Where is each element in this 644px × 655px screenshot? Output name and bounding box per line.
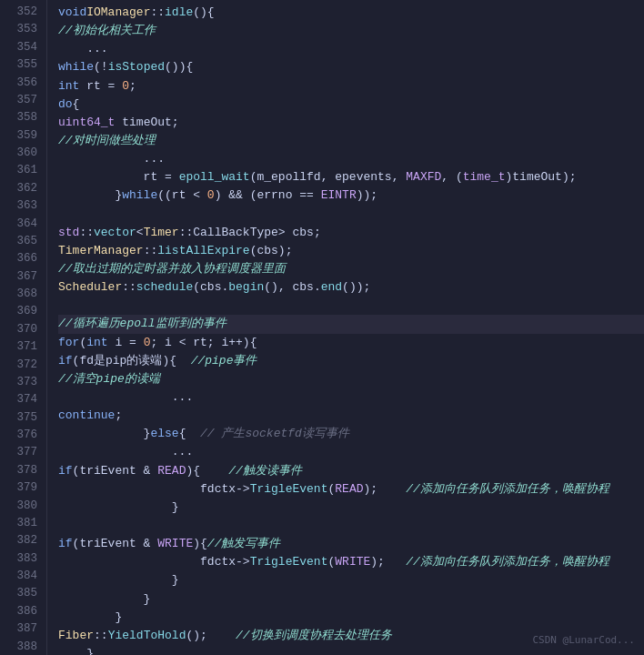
code-line: ... <box>58 388 644 407</box>
line-number: 353 <box>0 21 46 38</box>
line-number: 377 <box>0 444 46 461</box>
code-container: 3523533543553563573583593603613623633643… <box>0 0 644 655</box>
code-line: while(!isStoped()){ <box>58 58 644 76</box>
line-number: 359 <box>0 127 46 145</box>
code-line: uint64_t timeOut; <box>58 114 644 132</box>
code-line <box>58 206 644 224</box>
line-number: 355 <box>0 56 46 74</box>
code-line: if(triEvent & READ){ //触发读事件 <box>58 462 644 480</box>
line-number: 382 <box>0 532 46 549</box>
line-number: 386 <box>0 603 46 620</box>
code-line: } <box>58 590 644 609</box>
code-line: Scheduler::schedule(cbs.begin(), cbs.end… <box>58 278 644 297</box>
line-number: 375 <box>0 409 46 427</box>
code-line: }while((rt < 0) && (errno == EINTR)); <box>58 186 644 205</box>
line-number: 364 <box>0 216 46 233</box>
code-line: fdctx->TrigleEvent(READ); //添加向任务队列添加任务，… <box>58 480 644 499</box>
line-number: 363 <box>0 197 46 215</box>
code-line: if(triEvent & WRITE){//触发写事件 <box>58 535 644 553</box>
line-number: 365 <box>0 233 46 250</box>
line-number: 387 <box>0 620 46 638</box>
line-number: 369 <box>0 303 46 320</box>
line-number: 371 <box>0 338 46 356</box>
line-number: 367 <box>0 268 46 286</box>
code-line: } <box>58 499 644 517</box>
code-line: //循环遍历epoll监听到的事件 <box>58 315 644 333</box>
code-line: do{ <box>58 96 644 114</box>
code-line: }else{ // 产生socketfd读写事件 <box>58 425 644 443</box>
code-line: for(int i = 0; i < rt; i++){ <box>58 334 644 352</box>
line-number: 366 <box>0 250 46 267</box>
code-line: ... <box>58 40 644 58</box>
code-line: } <box>58 571 644 590</box>
line-number: 358 <box>0 109 46 126</box>
line-number: 357 <box>0 92 46 109</box>
code-line: std::vector<Timer::CallBackType> cbs; <box>58 224 644 242</box>
code-line: continue; <box>58 407 644 425</box>
code-line: //对时间做些处理 <box>58 132 644 150</box>
line-number: 383 <box>0 550 46 568</box>
code-line: //取出过期的定时器并放入协程调度器里面 <box>58 260 644 278</box>
line-number: 354 <box>0 39 46 56</box>
line-number: 379 <box>0 479 46 497</box>
code-line: fdctx->TrigleEvent(WRITE); //添加向任务队列添加任务… <box>58 553 644 571</box>
line-number: 384 <box>0 568 46 585</box>
line-number: 385 <box>0 585 46 602</box>
code-line: //清空pipe的读端 <box>58 370 644 388</box>
watermark: CSDN @LunarCod... <box>532 632 635 648</box>
line-number: 373 <box>0 374 46 391</box>
code-line <box>58 297 644 315</box>
line-number: 368 <box>0 286 46 303</box>
line-number: 374 <box>0 391 46 408</box>
code-area[interactable]: void IOManager::idle(){ //初始化相关工作 ... wh… <box>47 0 644 655</box>
line-number: 372 <box>0 357 46 374</box>
line-number: 362 <box>0 180 46 197</box>
line-number: 352 <box>0 4 46 21</box>
line-number: 380 <box>0 498 46 515</box>
line-numbers: 3523533543553563573583593603613623633643… <box>0 0 47 655</box>
code-line <box>58 517 644 535</box>
line-number: 378 <box>0 462 46 479</box>
line-number: 356 <box>0 75 46 92</box>
line-number: 361 <box>0 162 46 179</box>
code-line: TimerManager::listAllExpire(cbs); <box>58 242 644 260</box>
code-line: //初始化相关工作 <box>58 22 644 40</box>
code-line: } <box>58 609 644 627</box>
code-line: ... <box>58 443 644 461</box>
line-number: 370 <box>0 321 46 338</box>
code-line: int rt = 0; <box>58 77 644 96</box>
line-number: 381 <box>0 515 46 532</box>
line-number: 376 <box>0 427 46 444</box>
line-number: 360 <box>0 145 46 162</box>
code-line: if(fd是pip的读端){ //pipe事件 <box>58 352 644 370</box>
line-number: 388 <box>0 639 46 656</box>
code-line: void IOManager::idle(){ <box>58 4 644 22</box>
code-line: rt = epoll_wait(m_epollfd, epevents, MAX… <box>58 168 644 186</box>
code-line: ... <box>58 150 644 168</box>
